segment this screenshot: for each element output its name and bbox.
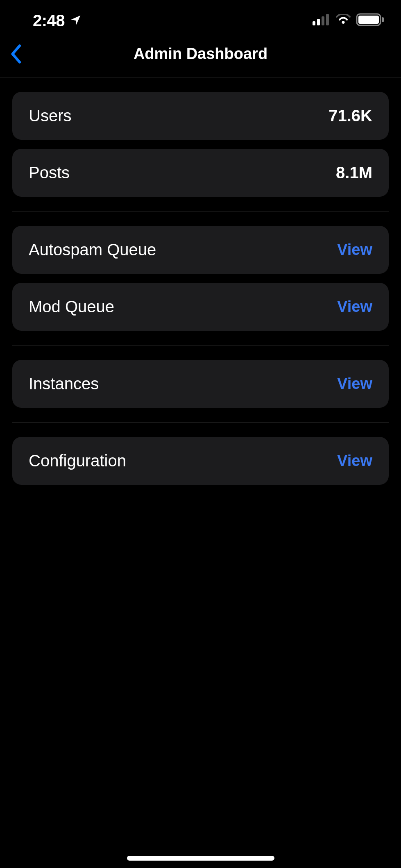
users-card[interactable]: Users 71.6K xyxy=(12,92,389,140)
instances-card[interactable]: Instances View xyxy=(12,360,389,408)
signal-icon xyxy=(313,14,331,27)
page-title: Admin Dashboard xyxy=(134,45,267,63)
configuration-card[interactable]: Configuration View xyxy=(12,437,389,485)
svg-rect-3 xyxy=(326,14,329,25)
back-button[interactable] xyxy=(8,44,23,66)
users-label: Users xyxy=(29,107,71,125)
svg-rect-6 xyxy=(382,17,384,22)
queues-section: Autospam Queue View Mod Queue View xyxy=(12,226,389,345)
svg-rect-2 xyxy=(322,16,324,25)
home-indicator[interactable] xyxy=(127,856,274,861)
instances-view-button[interactable]: View xyxy=(337,375,372,393)
mod-queue-label: Mod Queue xyxy=(29,298,114,316)
status-left: 2:48 xyxy=(33,11,83,30)
posts-value: 8.1M xyxy=(336,164,372,182)
instances-section: Instances View xyxy=(12,360,389,423)
config-section: Configuration View xyxy=(12,437,389,485)
content: Users 71.6K Posts 8.1M Autospam Queue Vi… xyxy=(0,77,401,485)
users-value: 71.6K xyxy=(329,107,372,125)
svg-rect-5 xyxy=(358,16,379,24)
location-icon xyxy=(70,14,83,27)
status-bar: 2:48 xyxy=(0,0,401,37)
instances-label: Instances xyxy=(29,375,99,393)
posts-label: Posts xyxy=(29,164,70,182)
configuration-view-button[interactable]: View xyxy=(337,452,372,470)
autospam-queue-card[interactable]: Autospam Queue View xyxy=(12,226,389,274)
autospam-queue-label: Autospam Queue xyxy=(29,241,156,259)
svg-rect-1 xyxy=(317,19,320,25)
status-right xyxy=(313,13,385,28)
posts-card[interactable]: Posts 8.1M xyxy=(12,149,389,197)
mod-queue-view-button[interactable]: View xyxy=(337,298,372,316)
battery-icon xyxy=(356,13,385,28)
status-time: 2:48 xyxy=(33,11,65,30)
mod-queue-card[interactable]: Mod Queue View xyxy=(12,283,389,331)
configuration-label: Configuration xyxy=(29,452,126,470)
nav-bar: Admin Dashboard xyxy=(0,37,401,77)
svg-rect-0 xyxy=(313,21,315,25)
wifi-icon xyxy=(335,14,351,27)
stats-section: Users 71.6K Posts 8.1M xyxy=(12,92,389,211)
autospam-queue-view-button[interactable]: View xyxy=(337,241,372,259)
